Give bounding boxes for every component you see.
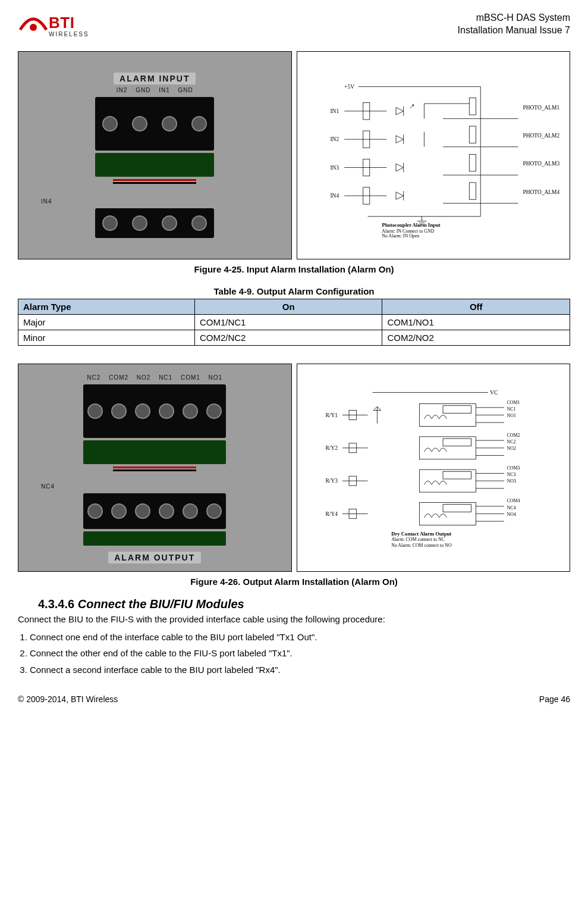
th-on: On — [194, 299, 382, 315]
list-item: Connect one end of the interface cable t… — [30, 631, 570, 643]
svg-rect-57 — [443, 406, 471, 414]
logo-text-sub: WIRELESS — [49, 31, 89, 37]
svg-text:Alarm: COM connect to NC: Alarm: COM connect to NC — [391, 537, 445, 542]
page-number: Page 46 — [539, 694, 570, 704]
page-footer: © 2009-2014, BTI Wireless Page 46 — [18, 692, 570, 704]
svg-text:NC1: NC1 — [507, 406, 515, 412]
svg-rect-44 — [469, 183, 476, 199]
terminal-block4-icon — [83, 493, 226, 529]
svg-marker-24 — [396, 136, 404, 143]
procedure-list: Connect one end of the interface cable t… — [18, 631, 570, 676]
svg-text:R/Y4: R/Y4 — [325, 511, 338, 517]
section-title: Connect the BIU/FIU Modules — [74, 597, 244, 611]
svg-text:Dry Contact Alarm Output: Dry Contact Alarm Output — [391, 531, 451, 537]
svg-text:NC4: NC4 — [507, 505, 515, 511]
alarm-input-in4: IN4 — [41, 198, 52, 205]
doc-title-line1: mBSC-H DAS System — [458, 12, 570, 24]
terminal-block2-icon — [95, 208, 214, 238]
svg-text:IN2: IN2 — [330, 136, 339, 142]
page-header: BTI WIRELESS mBSC-H DAS System Installat… — [18, 12, 570, 39]
svg-rect-90 — [443, 505, 471, 512]
svg-marker-11 — [396, 107, 404, 115]
svg-text:R/Y1: R/Y1 — [325, 412, 338, 418]
svg-rect-28 — [469, 126, 476, 143]
table-4-9-caption: Table 4-9. Output Alarm Configuration — [18, 286, 570, 296]
svg-rect-17 — [469, 98, 476, 115]
svg-text:No Alarm: IN Open: No Alarm: IN Open — [382, 233, 419, 239]
alarm-output-plate: ALARM OUTPUT — [108, 552, 201, 563]
alarm-input-pins: IN2 GND IN1 GND — [117, 87, 193, 93]
section-number: 4.3.4.6 — [38, 597, 74, 611]
svg-text:R/Y2: R/Y2 — [325, 445, 338, 451]
svg-text:NO4: NO4 — [507, 512, 515, 517]
pcb3-icon — [83, 531, 226, 546]
section-heading: 4.3.4.6 Connect the BIU/FIU Modules — [38, 597, 570, 611]
svg-marker-41 — [396, 192, 404, 200]
table-row: Major COM1/NC1 COM1/NO1 — [18, 315, 570, 330]
svg-text:PHOTO_ALM4: PHOTO_ALM4 — [523, 189, 559, 195]
figure-4-25-caption: Figure 4-25. Input Alarm Installation (A… — [18, 264, 570, 274]
svg-rect-79 — [443, 471, 471, 479]
wire-red2-icon — [113, 467, 196, 468]
list-item: Connect a second interface cable to the … — [30, 664, 570, 676]
th-off: Off — [382, 299, 570, 315]
svg-text:Alarm: IN Connect to GND: Alarm: IN Connect to GND — [382, 228, 434, 234]
svg-text:COM3: COM3 — [507, 465, 520, 471]
figure-4-25-row: ALARM INPUT IN2 GND IN1 GND IN4 +5V — [18, 51, 570, 259]
svg-text:Photocoupler Alarm Input: Photocoupler Alarm Input — [382, 222, 440, 228]
figure-4-26-photo: NC2 COM2 NO2 NC1 COM1 NO1 NC4 ALARM OUTP… — [18, 364, 292, 572]
svg-text:COM4: COM4 — [507, 498, 520, 503]
doc-title-line2: Installation Manual Issue 7 — [458, 24, 570, 37]
table-4-9: Alarm Type On Off Major COM1/NC1 COM1/NO… — [18, 299, 570, 346]
svg-text:IN4: IN4 — [330, 193, 339, 199]
logo-text-main: BTI — [49, 14, 74, 32]
svg-rect-68 — [443, 439, 471, 446]
svg-rect-36 — [469, 154, 476, 171]
wire-black2-icon — [113, 469, 196, 471]
alarm-output-pins-top: NC2 COM2 NO2 NC1 COM1 NO1 — [87, 374, 222, 381]
figure-4-26-row: NC2 COM2 NO2 NC1 COM1 NO1 NC4 ALARM OUTP… — [18, 364, 570, 572]
svg-text:NO2: NO2 — [507, 446, 515, 451]
figure-4-25-diagram: +5V IN1 — [297, 51, 571, 259]
svg-text:PHOTO_ALM3: PHOTO_ALM3 — [523, 161, 559, 167]
pcb2-icon — [83, 440, 226, 464]
figure-4-26-caption: Figure 4-26. Output Alarm Installation (… — [18, 577, 570, 587]
svg-text:NO1: NO1 — [507, 413, 515, 418]
svg-text:IN1: IN1 — [330, 108, 339, 114]
th-alarm-type: Alarm Type — [18, 299, 195, 315]
table-row: Minor COM2/NC2 COM2/NO2 — [18, 330, 570, 346]
terminal-block3-icon — [83, 384, 226, 438]
svg-text:No Alarm: COM connect to NO: No Alarm: COM connect to NO — [391, 543, 452, 548]
alarm-output-nc4: NC4 — [41, 483, 55, 490]
svg-text:NO3: NO3 — [507, 478, 515, 484]
list-item: Connect the other end of the cable to th… — [30, 647, 570, 659]
label-5v: +5V — [344, 84, 354, 90]
channel-template-icon: IN1 PHOTO_ALM1 IN2 — [330, 98, 559, 205]
svg-text:IN3: IN3 — [330, 165, 339, 171]
svg-text:R/Y3: R/Y3 — [325, 478, 338, 484]
svg-text:COM2: COM2 — [507, 433, 520, 438]
section-intro: Connect the BIU to the FIU-S with the pr… — [18, 613, 570, 625]
terminal-block-icon — [95, 97, 214, 151]
logo-swoosh-icon — [18, 12, 49, 39]
svg-text:VC: VC — [490, 390, 498, 396]
copyright: © 2009-2014, BTI Wireless — [18, 694, 118, 704]
figure-4-25-photo: ALARM INPUT IN2 GND IN1 GND IN4 — [18, 51, 292, 259]
pcb-icon — [95, 153, 214, 177]
svg-text:COM1: COM1 — [507, 400, 520, 405]
figure-4-26-diagram: VC R/Y1 COM1 NC1 NO1 R/Y — [297, 364, 571, 572]
svg-point-0 — [30, 24, 37, 31]
wire-black-icon — [113, 182, 196, 184]
svg-marker-33 — [396, 164, 404, 171]
wire-red-icon — [113, 179, 196, 181]
svg-text:NC3: NC3 — [507, 472, 515, 477]
svg-text:PHOTO_ALM1: PHOTO_ALM1 — [523, 105, 559, 111]
svg-text:PHOTO_ALM2: PHOTO_ALM2 — [523, 133, 559, 139]
logo: BTI WIRELESS — [18, 12, 89, 39]
alarm-input-plate: ALARM INPUT — [114, 73, 196, 84]
svg-text:NC2: NC2 — [507, 439, 515, 444]
